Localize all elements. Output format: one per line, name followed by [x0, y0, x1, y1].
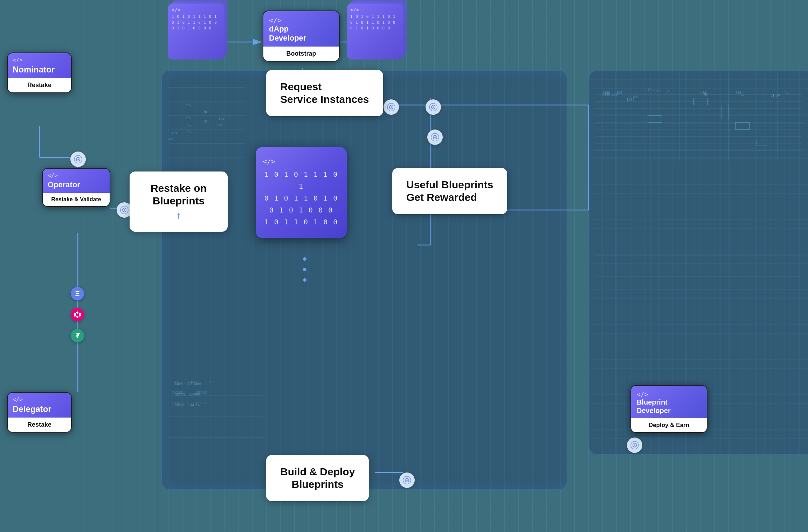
build-deploy-title: Build & DeployBlueprints — [280, 465, 355, 491]
tangle-icon-8 — [627, 438, 642, 453]
svg-point-94 — [406, 479, 408, 481]
operator-label: Restake & Validate — [43, 193, 110, 206]
tangle-icon-4 — [384, 99, 399, 115]
delegator-card: </> Delegator Restake — [7, 392, 72, 433]
dapp-developer-card: </> dAppDeveloper Bootstrap — [263, 10, 340, 62]
dapp-right-stack: </> 1 0 1 0 1 1 1 0 1 0 1 0 1 1 0 1 0 0 … — [347, 4, 403, 59]
dapp-left-binary: 1 0 1 0 1 1 1 0 1 0 1 0 1 1 0 1 0 0 0 1 … — [172, 14, 221, 31]
useful-blueprints-card: Useful BlueprintsGet Rewarded — [392, 168, 507, 214]
svg-point-98 — [76, 316, 78, 318]
tether-icon: ₮ — [71, 329, 84, 342]
polkadot-svg — [74, 311, 81, 318]
main-circuit-area — [161, 70, 567, 490]
svg-point-92 — [434, 136, 436, 138]
ethereum-symbol: Ξ — [75, 290, 80, 298]
build-deploy-card: Build & DeployBlueprints — [266, 455, 369, 501]
nominator-label: Restake — [8, 78, 71, 92]
binary-center-text: 1 0 1 0 1 1 1 0 1 0 1 0 1 1 0 1 0 0 1 0 … — [263, 168, 340, 228]
svg-point-101 — [74, 315, 76, 317]
nominator-card: </> Nominator Restake — [7, 52, 72, 93]
tangle-icon-7 — [399, 472, 415, 488]
binary-center-tag: </> — [263, 157, 275, 168]
ethereum-icon: Ξ — [71, 287, 84, 300]
nominator-code-tag: </> — [13, 57, 66, 63]
svg-point-102 — [79, 315, 81, 317]
dapp-dev-code-tag: </> — [269, 16, 333, 24]
restake-blueprints-title: Restake onBlueprints — [144, 182, 214, 207]
svg-point-88 — [391, 106, 392, 108]
tangle-icon-1 — [70, 152, 86, 167]
svg-point-84 — [124, 209, 125, 211]
binary-center-card: </> 1 0 1 0 1 1 1 0 1 0 1 0 1 1 0 1 0 0 … — [256, 147, 347, 238]
dapp-left-tag: </> — [172, 7, 221, 13]
delegator-title: Delegator — [13, 403, 66, 415]
request-service-card: RequestService Instances — [266, 70, 383, 116]
operator-card: </> Operator Restake & Validate — [42, 168, 110, 207]
tangle-icon-5 — [426, 99, 441, 115]
delegator-code-tag: </> — [13, 396, 66, 403]
request-service-title: RequestService Instances — [280, 80, 369, 106]
dapp-right-binary: 1 0 1 0 1 1 1 0 1 0 1 0 1 1 0 1 0 0 0 1 … — [350, 14, 399, 31]
operator-title: Operator — [48, 179, 105, 191]
blueprint-developer-card: </> BlueprintDeveloper Deploy & Earn — [630, 385, 707, 433]
up-arrow-indicator: ↑ — [144, 210, 214, 221]
delegator-label: Restake — [8, 418, 71, 432]
operator-code-tag: </> — [48, 172, 105, 179]
useful-blueprints-title: Useful BlueprintsGet Rewarded — [406, 178, 493, 204]
nominator-title: Nominator — [13, 63, 66, 76]
svg-point-82 — [77, 159, 79, 160]
polkadot-icon — [71, 308, 84, 321]
dapp-right-tag: </> — [350, 7, 399, 13]
tether-symbol: ₮ — [76, 332, 80, 340]
blueprint-dev-label: Deploy & Earn — [631, 418, 707, 432]
blueprint-dev-title: BlueprintDeveloper — [637, 398, 701, 415]
dapp-left-stack: </> 1 0 1 0 1 1 1 0 1 0 1 0 1 1 0 1 0 0 … — [168, 4, 224, 59]
svg-point-96 — [634, 444, 635, 446]
dapp-dev-label: Bootstrap — [263, 47, 339, 61]
tangle-icon-6 — [427, 130, 443, 145]
blueprint-dev-code-tag: </> — [637, 391, 701, 398]
svg-point-97 — [76, 312, 78, 314]
dapp-dev-title: dAppDeveloper — [269, 24, 333, 43]
svg-point-90 — [433, 106, 434, 108]
restake-blueprints-card: Restake onBlueprints ↑ — [130, 172, 228, 232]
